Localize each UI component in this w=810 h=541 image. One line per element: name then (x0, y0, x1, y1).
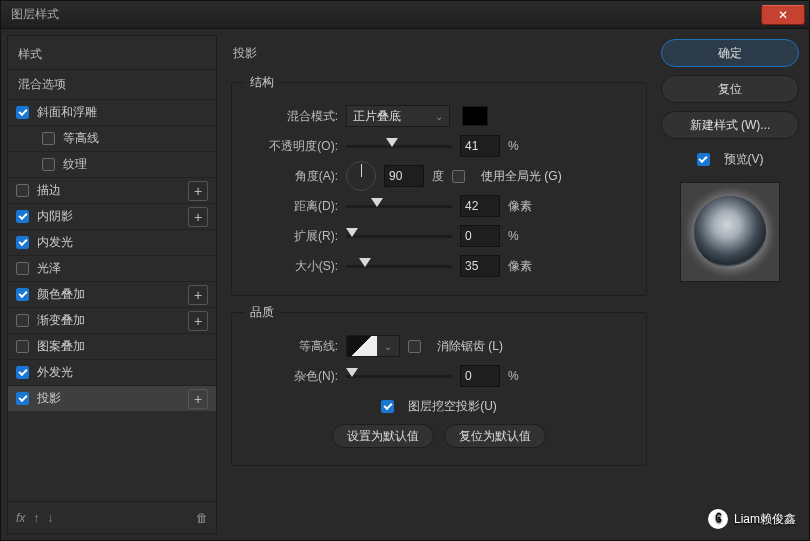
item-bevel[interactable]: 斜面和浮雕 (8, 99, 216, 125)
weibo-icon: ၆ (708, 509, 728, 529)
checkbox-texture[interactable] (42, 158, 55, 171)
blend-mode-select[interactable]: 正片叠底 ⌄ (346, 105, 450, 127)
contour-swatch (347, 336, 377, 356)
chevron-down-icon: ⌄ (435, 111, 443, 122)
knockout-label: 图层挖空投影(U) (408, 398, 497, 415)
checkbox-color-overlay[interactable] (16, 288, 29, 301)
item-inner-shadow[interactable]: 内阴影+ (8, 203, 216, 229)
shadow-color-swatch[interactable] (462, 106, 488, 126)
opacity-unit: % (508, 139, 519, 153)
spread-slider[interactable] (346, 227, 452, 245)
item-satin[interactable]: 光泽 (8, 255, 216, 281)
close-button[interactable]: ✕ (761, 5, 805, 25)
preview-box (680, 182, 780, 282)
styles-footer: fx ↑ ↓ 🗑 (8, 501, 216, 533)
add-inner-shadow-icon[interactable]: + (188, 207, 208, 227)
item-outer-glow[interactable]: 外发光 (8, 359, 216, 385)
angle-dial[interactable] (346, 161, 376, 191)
action-panel: 确定 复位 新建样式 (W)... 预览(V) (661, 35, 803, 534)
size-input[interactable] (460, 255, 500, 277)
trash-icon[interactable]: 🗑 (196, 511, 208, 525)
close-icon: ✕ (778, 8, 788, 22)
contour-label: 等高线: (244, 338, 338, 355)
window-title: 图层样式 (1, 6, 761, 23)
spread-unit: % (508, 229, 519, 243)
size-slider[interactable] (346, 257, 452, 275)
item-stroke[interactable]: 描边+ (8, 177, 216, 203)
fx-menu-icon[interactable]: fx (16, 511, 25, 525)
preview-label: 预览(V) (724, 151, 764, 168)
checkbox-bevel[interactable] (16, 106, 29, 119)
new-style-button[interactable]: 新建样式 (W)... (661, 111, 799, 139)
item-pattern-overlay[interactable]: 图案叠加 (8, 333, 216, 359)
distance-slider[interactable] (346, 197, 452, 215)
opacity-input[interactable] (460, 135, 500, 157)
checkbox-grad-overlay[interactable] (16, 314, 29, 327)
styles-header[interactable]: 样式 (8, 36, 216, 69)
move-up-icon[interactable]: ↑ (33, 511, 39, 525)
checkbox-outer-glow[interactable] (16, 366, 29, 379)
panel-title: 投影 (231, 41, 647, 66)
spread-input[interactable] (460, 225, 500, 247)
item-inner-glow[interactable]: 内发光 (8, 229, 216, 255)
checkbox-inner-shadow[interactable] (16, 210, 29, 223)
dialog-body: 样式 混合选项 斜面和浮雕 等高线 纹理 描边+ 内阴影+ 内发光 光泽 颜色叠… (1, 29, 809, 540)
checkbox-preview[interactable] (697, 153, 710, 166)
angle-label: 角度(A): (244, 168, 338, 185)
item-texture[interactable]: 纹理 (8, 151, 216, 177)
angle-input[interactable] (384, 165, 424, 187)
layer-style-dialog: 图层样式 ✕ 样式 混合选项 斜面和浮雕 等高线 纹理 描边+ 内阴影+ 内发光… (0, 0, 810, 541)
blend-mode-label: 混合模式: (244, 108, 338, 125)
contour-select[interactable]: ⌄ (346, 335, 400, 357)
quality-group: 品质 等高线: ⌄ 消除锯齿 (L) 杂色(N): % 图层挖空投影(U) (231, 304, 647, 466)
checkbox-drop-shadow[interactable] (16, 392, 29, 405)
ok-button[interactable]: 确定 (661, 39, 799, 67)
watermark: ၆ Liam赖俊鑫 (708, 509, 796, 529)
watermark-text: Liam赖俊鑫 (734, 511, 796, 528)
spread-label: 扩展(R): (244, 228, 338, 245)
noise-label: 杂色(N): (244, 368, 338, 385)
noise-slider[interactable] (346, 367, 452, 385)
opacity-label: 不透明度(O): (244, 138, 338, 155)
size-unit: 像素 (508, 258, 532, 275)
item-color-overlay[interactable]: 颜色叠加+ (8, 281, 216, 307)
opacity-slider[interactable] (346, 137, 452, 155)
item-contour[interactable]: 等高线 (8, 125, 216, 151)
add-grad-overlay-icon[interactable]: + (188, 311, 208, 331)
move-down-icon[interactable]: ↓ (47, 511, 53, 525)
item-grad-overlay[interactable]: 渐变叠加+ (8, 307, 216, 333)
styles-panel: 样式 混合选项 斜面和浮雕 等高线 纹理 描边+ 内阴影+ 内发光 光泽 颜色叠… (7, 35, 217, 534)
checkbox-antialias[interactable] (408, 340, 421, 353)
distance-label: 距离(D): (244, 198, 338, 215)
chevron-down-icon: ⌄ (377, 341, 399, 352)
noise-input[interactable] (460, 365, 500, 387)
add-color-overlay-icon[interactable]: + (188, 285, 208, 305)
checkbox-inner-glow[interactable] (16, 236, 29, 249)
angle-unit: 度 (432, 168, 444, 185)
antialias-label: 消除锯齿 (L) (437, 338, 503, 355)
checkbox-stroke[interactable] (16, 184, 29, 197)
preview-thumbnail (694, 196, 766, 268)
reset-default-button[interactable]: 复位为默认值 (444, 424, 546, 448)
checkbox-pattern-overlay[interactable] (16, 340, 29, 353)
checkbox-contour[interactable] (42, 132, 55, 145)
global-light-label: 使用全局光 (G) (481, 168, 562, 185)
noise-unit: % (508, 369, 519, 383)
distance-unit: 像素 (508, 198, 532, 215)
effects-list: 斜面和浮雕 等高线 纹理 描边+ 内阴影+ 内发光 光泽 颜色叠加+ 渐变叠加+… (8, 99, 216, 501)
checkbox-satin[interactable] (16, 262, 29, 275)
checkbox-global-light[interactable] (452, 170, 465, 183)
titlebar: 图层样式 ✕ (1, 1, 809, 29)
cancel-button[interactable]: 复位 (661, 75, 799, 103)
distance-input[interactable] (460, 195, 500, 217)
add-stroke-icon[interactable]: + (188, 181, 208, 201)
checkbox-knockout[interactable] (381, 400, 394, 413)
structure-group: 结构 混合模式: 正片叠底 ⌄ 不透明度(O): % 角度(A): (231, 74, 647, 296)
item-drop-shadow[interactable]: 投影+ (8, 385, 216, 411)
preview-toggle-row: 预览(V) (661, 151, 799, 168)
set-default-button[interactable]: 设置为默认值 (332, 424, 434, 448)
structure-legend: 结构 (244, 74, 280, 91)
blend-options-header[interactable]: 混合选项 (8, 69, 216, 99)
size-label: 大小(S): (244, 258, 338, 275)
add-drop-shadow-icon[interactable]: + (188, 389, 208, 409)
